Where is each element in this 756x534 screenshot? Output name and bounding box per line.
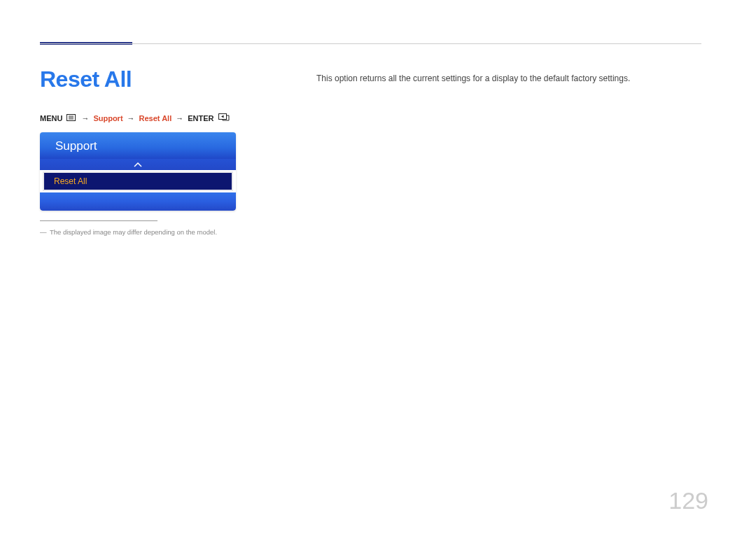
footnote-text: The displayed image may differ depending… (50, 228, 217, 236)
osd-header: Support (40, 132, 236, 159)
page-container: Reset All MENU → Support → Reset All → E… (0, 0, 756, 236)
footnote: ― The displayed image may differ dependi… (40, 228, 316, 236)
breadcrumb: MENU → Support → Reset All → ENTER (40, 113, 316, 122)
svg-marker-5 (221, 115, 224, 118)
chevron-up-icon (134, 161, 142, 169)
osd-bottom-spacer (40, 192, 236, 211)
right-column: This option returns all the current sett… (316, 66, 708, 236)
breadcrumb-menu-label: MENU (40, 114, 62, 122)
breadcrumb-arrow-1: → (81, 114, 89, 122)
left-column: Reset All MENU → Support → Reset All → E… (40, 66, 316, 236)
breadcrumb-enter-label: ENTER (188, 114, 214, 122)
page-title: Reset All (40, 66, 316, 92)
top-rule (40, 43, 701, 44)
breadcrumb-arrow-3: → (176, 114, 183, 122)
page-number: 129 (668, 487, 708, 514)
footnote-dash: ― (40, 228, 47, 236)
content-row: Reset All MENU → Support → Reset All → E… (40, 66, 708, 236)
breadcrumb-reset-all: Reset All (139, 114, 172, 122)
menu-icon (66, 114, 76, 122)
description-text: This option returns all the current sett… (316, 73, 708, 83)
enter-icon (218, 113, 230, 122)
osd-item-reset-all[interactable]: Reset All (43, 171, 233, 191)
osd-panel: Support Reset All (40, 132, 236, 211)
breadcrumb-arrow-2: → (127, 114, 135, 122)
breadcrumb-support: Support (93, 114, 122, 122)
osd-up-row[interactable] (40, 159, 236, 170)
footnote-rule (40, 220, 158, 221)
